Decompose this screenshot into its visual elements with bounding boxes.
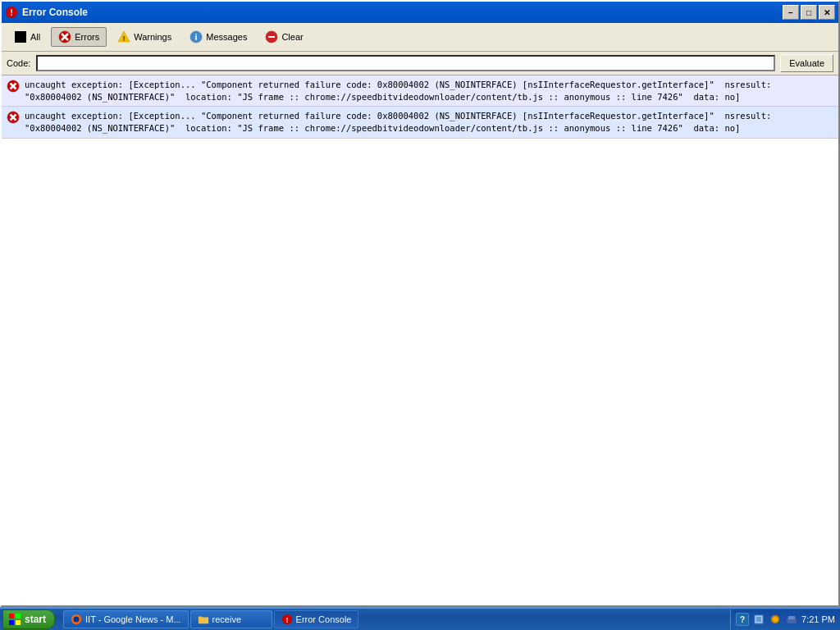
svg-point-23 [74, 617, 80, 623]
errors-icon [58, 30, 71, 43]
error-icon-2 [7, 111, 20, 124]
taskbar-error-console-icon: ! [281, 614, 293, 625]
folder-icon [198, 614, 209, 625]
svg-text:i: i [195, 32, 198, 42]
svg-text:!: ! [10, 7, 13, 17]
errors-label: Errors [75, 32, 99, 42]
tray-icon-1 [752, 613, 765, 626]
window-title: Error Console [22, 7, 88, 18]
start-label: start [25, 614, 46, 625]
taskbar-item-error-console[interactable]: ! Error Console [274, 610, 359, 628]
code-label: Code: [7, 58, 31, 68]
svg-rect-2 [15, 31, 26, 43]
warnings-button[interactable]: ! Warnings [110, 27, 179, 47]
taskbar-item-receive-label: receive [212, 614, 241, 624]
maximize-button[interactable]: □ [801, 5, 817, 20]
error-row: uncaught exception: [Exception... "Compo… [2, 75, 838, 107]
svg-text:!: ! [123, 34, 126, 43]
svg-rect-21 [16, 620, 21, 625]
taskbar-item-receive[interactable]: receive [190, 610, 272, 628]
tray-icon-3 [785, 613, 798, 626]
close-button[interactable]: ✕ [819, 5, 835, 20]
taskbar-item-error-console-label: Error Console [296, 614, 352, 624]
code-row: Code: Evaluate [2, 52, 838, 75]
messages-icon: i [189, 30, 203, 43]
title-bar: ! Error Console − □ ✕ [2, 2, 838, 23]
errors-button[interactable]: Errors [51, 27, 107, 47]
error-console-window: ! Error Console − □ ✕ All [0, 0, 840, 607]
svg-text:!: ! [285, 616, 288, 624]
warnings-icon: ! [117, 30, 130, 43]
toolbar: All Errors ! Warnings [2, 23, 838, 52]
clear-icon [265, 30, 278, 43]
window-controls: − □ ✕ [783, 5, 835, 20]
all-button[interactable]: All [7, 27, 48, 47]
taskbar-item-iit-label: IIT - Google News - M... [85, 614, 181, 624]
all-label: All [30, 32, 40, 42]
title-bar-left: ! Error Console [5, 6, 88, 19]
svg-rect-19 [16, 614, 21, 619]
svg-rect-18 [9, 614, 14, 619]
taskbar-item-iit[interactable]: IIT - Google News - M... [63, 610, 189, 628]
svg-rect-20 [9, 620, 14, 625]
clear-button[interactable]: Clear [258, 27, 310, 47]
svg-rect-31 [788, 616, 795, 619]
warnings-label: Warnings [134, 32, 171, 42]
help-icon: ? [736, 613, 749, 626]
taskbar-items: IIT - Google News - M... receive ! Error… [60, 610, 730, 628]
error-row: uncaught exception: [Exception... "Compo… [2, 107, 838, 138]
error-message-1: uncaught exception: [Exception... "Compo… [25, 79, 833, 103]
taskbar: start IIT - Google News - M... receive !… [0, 607, 840, 630]
windows-logo-icon [8, 613, 21, 626]
error-list: uncaught exception: [Exception... "Compo… [2, 75, 838, 605]
all-icon [14, 30, 27, 43]
clock: 7:21 PM [801, 614, 835, 624]
svg-rect-27 [756, 617, 761, 622]
messages-label: Messages [206, 32, 247, 42]
svg-point-29 [773, 617, 778, 622]
minimize-button[interactable]: − [783, 5, 799, 20]
tray-icon-2 [769, 613, 782, 626]
start-button[interactable]: start [2, 609, 55, 629]
error-list-container: uncaught exception: [Exception... "Compo… [2, 75, 838, 605]
error-console-title-icon: ! [5, 6, 18, 19]
error-message-2: uncaught exception: [Exception... "Compo… [25, 110, 833, 134]
system-tray: ? 7:21 PM [730, 609, 840, 629]
clear-label: Clear [281, 32, 303, 42]
error-icon-1 [7, 80, 20, 93]
code-input[interactable] [36, 55, 775, 71]
evaluate-button[interactable]: Evaluate [780, 54, 833, 72]
messages-button[interactable]: i Messages [182, 27, 254, 47]
firefox-icon [71, 614, 82, 625]
